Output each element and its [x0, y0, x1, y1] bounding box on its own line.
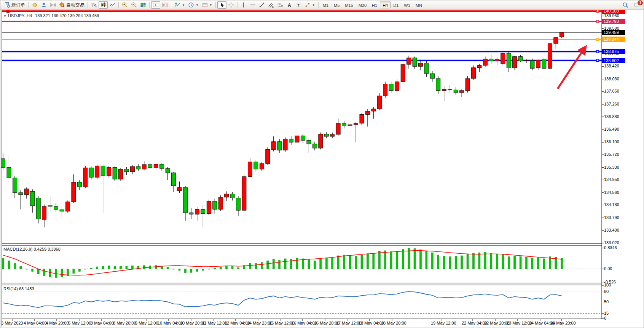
price-tick: 136.490 — [604, 127, 619, 131]
price-tick: 137.260 — [604, 102, 619, 106]
timeframe-d1[interactable]: D1 — [391, 2, 401, 8]
time-tick: 10 May 04:00 — [158, 321, 183, 325]
time-tick: 12 May 04:00 — [225, 321, 250, 325]
price-tick: 134.560 — [604, 190, 619, 195]
macd-tick: 0.8346 — [604, 245, 617, 250]
vertical-line-button[interactable] — [239, 1, 248, 9]
time-tick: 10 May 20:00 — [180, 321, 206, 325]
time-tick: 4 May 04:00 — [24, 321, 47, 325]
time-tick: 24 May 20:00 — [550, 321, 576, 325]
timeframe-m5[interactable]: M5 — [331, 2, 342, 8]
auto-trading-button[interactable]: 自动交易 — [57, 1, 86, 9]
price-line-badge: 139.244 — [602, 37, 625, 42]
tile-windows-button[interactable] — [139, 1, 148, 9]
chart-canvas[interactable] — [0, 0, 644, 328]
price-tick: 135.720 — [604, 152, 619, 157]
timeframe-m15[interactable]: M15 — [342, 2, 355, 8]
auto-scroll-button[interactable] — [151, 1, 160, 9]
cursor-button[interactable] — [217, 1, 226, 9]
timeframe-w1[interactable]: W1 — [401, 2, 413, 8]
bar-chart-button[interactable] — [89, 1, 99, 9]
price-tick: 133.400 — [604, 228, 619, 232]
line-chart-button[interactable] — [108, 1, 117, 9]
indicators-icon — [174, 2, 180, 8]
timeframe-m30[interactable]: M30 — [356, 2, 369, 8]
zoom-in-icon — [122, 2, 128, 8]
rsi-value: 68.1453 — [19, 286, 34, 291]
rsi-label: RSI(14) 68.1453 — [3, 286, 34, 291]
time-tick: 11 May 12:00 — [202, 321, 227, 325]
indicators-button[interactable]: ▼ — [173, 1, 187, 9]
crosshair-icon — [228, 2, 234, 8]
mt4-window: 新订单自动交易▼▼▼EFAT▼M1M5M15M30H1H4D1W1MN 1 ▼U… — [0, 0, 644, 328]
chevron-down-icon: ▼ — [312, 3, 315, 7]
equich-icon: E — [268, 2, 274, 8]
chart-profile-button[interactable] — [30, 1, 39, 9]
time-tick: 8 May 04:00 — [91, 321, 114, 325]
price-line-badge: 138.875 — [602, 49, 625, 54]
time-tick: 23 May 12:00 — [507, 321, 532, 325]
price-tick: 136.100 — [604, 139, 619, 144]
macd-tick: 0.00 — [604, 266, 612, 271]
text-button[interactable]: A — [285, 1, 294, 9]
market-watch-button[interactable] — [39, 1, 48, 9]
doc-plus-icon — [4, 2, 10, 8]
toolbar-right: 1 — [621, 1, 641, 9]
chart-shift-button[interactable] — [160, 1, 169, 9]
toolbar: 新订单自动交易▼▼▼EFAT▼M1M5M15M30H1H4D1W1MN 1 — [0, 0, 644, 10]
crosshair-button[interactable] — [226, 1, 236, 9]
timeframe-h4[interactable]: H4 — [380, 2, 391, 8]
zoom-out-icon — [131, 2, 137, 8]
timeframe-m1[interactable]: M1 — [320, 2, 331, 8]
symbol-period: USDJPY-,H4 — [8, 13, 32, 18]
price-tick: 139.960 — [604, 13, 619, 18]
toolbar-separator — [318, 2, 319, 8]
data-feed-button[interactable] — [48, 1, 57, 9]
price-line-badge: 138.602 — [602, 58, 625, 63]
timeframe-mn[interactable]: MN — [413, 2, 425, 8]
current-price-badge: 139.459 — [602, 30, 625, 35]
zoom-out-button[interactable] — [129, 1, 139, 9]
search-button[interactable] — [621, 1, 630, 9]
trendline-button[interactable] — [257, 1, 266, 9]
time-tick: 16 May 04:00 — [292, 321, 317, 325]
equidistant-channel-button[interactable]: E — [266, 1, 276, 9]
time-tick: 4 May 20:00 — [46, 321, 69, 325]
chevron-down-icon: ▼ — [209, 3, 212, 7]
shapes-button[interactable]: ▼ — [303, 1, 317, 9]
trend-icon — [259, 2, 265, 8]
fibo-icon: F — [277, 2, 283, 8]
price-tick: 137.650 — [604, 89, 619, 93]
text-a-icon: A — [286, 2, 292, 8]
chart-dropdown-icon[interactable]: ▼ — [3, 14, 6, 18]
time-tick: 3 May 2023 — [1, 321, 23, 325]
macd-name: MACD(12,26,9) — [3, 247, 32, 251]
fibonacci-button[interactable]: F — [276, 1, 285, 9]
time-tick: 18 May 04:00 — [359, 321, 384, 325]
tiles-icon — [140, 2, 146, 8]
price-line-badge: 139.793 — [602, 19, 625, 24]
text-label-button[interactable]: T — [294, 1, 303, 9]
toolbar-separator — [237, 2, 238, 8]
timeframe-h1[interactable]: H1 — [369, 2, 380, 8]
horizontal-line-button[interactable] — [248, 1, 257, 9]
svg-text:T: T — [297, 3, 300, 7]
gold-box-icon — [32, 2, 38, 8]
candlestick-chart-button[interactable] — [99, 1, 108, 9]
templates-button[interactable]: ▼ — [200, 1, 214, 9]
toolbar-buttons: 新订单自动交易▼▼▼EFAT▼M1M5M15M30H1H4D1W1MN — [3, 0, 425, 10]
time-tick: 19 May 12:00 — [431, 321, 456, 325]
shapes-icon — [304, 2, 311, 8]
autoscroll-icon — [153, 2, 159, 8]
zoom-in-button[interactable] — [120, 1, 129, 9]
notifications-button[interactable]: 1 — [632, 1, 641, 9]
new-order-button[interactable]: 新订单 — [3, 1, 27, 9]
periods-button[interactable]: ▼ — [187, 1, 200, 9]
line-icon — [109, 2, 115, 8]
rsi-tick: 0 — [604, 316, 606, 320]
clock-icon — [188, 2, 194, 8]
autotrade-icon — [59, 2, 65, 8]
time-tick: 18 May 20:00 — [381, 321, 406, 325]
label-t-icon: T — [295, 2, 301, 8]
template-icon — [202, 2, 208, 8]
